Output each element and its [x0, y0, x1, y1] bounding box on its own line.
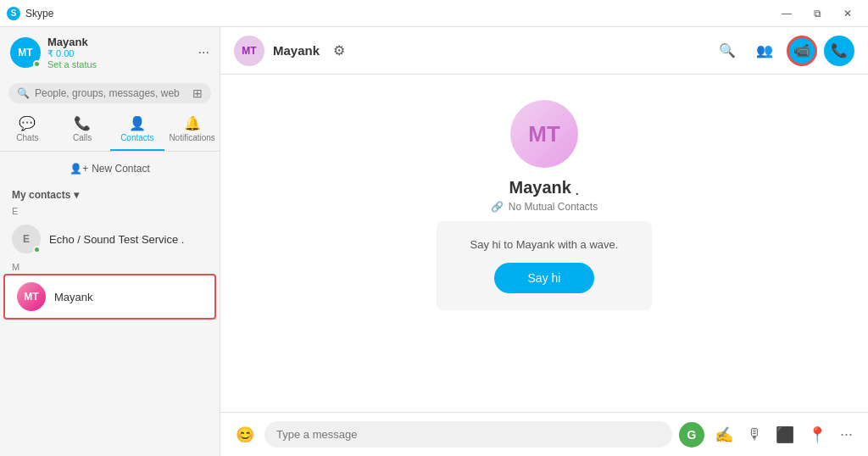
sidebar-item-calls[interactable]: 📞 Calls — [55, 108, 110, 151]
online-indicator — [33, 60, 41, 68]
close-button[interactable]: ✕ — [834, 5, 861, 22]
more-button[interactable]: ··· — [837, 422, 856, 447]
search-bar: 🔍 ⊞ — [8, 83, 211, 103]
search-input[interactable] — [35, 87, 184, 99]
content-header: MT Mayank ⚙ 🔍 👥 📹 📞 — [220, 27, 868, 75]
echo-contact-name: Echo / Sound Test Service . — [49, 233, 184, 246]
content-area: MT Mayank ⚙ 🔍 👥 📹 📞 MT Mayank . 🔗 — [220, 27, 868, 456]
sidebar-item-chats[interactable]: 💬 Chats — [0, 108, 55, 151]
grid-icon[interactable]: ⊞ — [192, 86, 203, 100]
video-call-button[interactable]: 📹 — [787, 36, 817, 66]
notifications-icon: 🔔 — [184, 115, 201, 131]
user-info: Mayank ₹ 0.00 Set a status — [47, 36, 198, 70]
message-input[interactable] — [264, 421, 672, 448]
section-letter-e: E — [0, 204, 220, 218]
content-header-right: 🔍 👥 📹 📞 — [712, 36, 854, 66]
contact-header-avatar: MT — [234, 36, 264, 66]
contacts-label: Contacts — [120, 133, 153, 142]
mutual-contacts-icon: 🔗 — [491, 201, 504, 213]
calls-label: Calls — [73, 133, 92, 142]
content-header-left: MT Mayank ⚙ — [234, 36, 345, 66]
ai-enhance-button[interactable]: G — [679, 422, 704, 448]
add-participant-button[interactable]: 👥 — [749, 36, 780, 66]
contact-item-mayank[interactable]: MT Mayank — [3, 274, 216, 320]
mayank-contact-name: Mayank — [54, 291, 93, 303]
new-contact-icon: 👤+ — [70, 163, 88, 175]
contacts-section: My contacts ▾ E E Echo / Sound Test Serv… — [0, 182, 220, 456]
audio-call-button[interactable]: 📞 — [824, 36, 854, 66]
contact-item-echo[interactable]: E Echo / Sound Test Service . — [0, 218, 220, 260]
app-name: Skype — [25, 8, 53, 19]
calls-icon: 📞 — [74, 115, 91, 131]
restore-button[interactable]: ⧉ — [804, 5, 831, 22]
profile-name: Mayank — [509, 178, 571, 197]
media-button[interactable]: ⬛ — [772, 422, 798, 448]
sidebar-item-contacts[interactable]: 👤 Contacts — [110, 108, 165, 151]
say-hi-text: Say hi to Mayank with a wave. — [470, 238, 619, 251]
say-hi-button[interactable]: Say hi — [494, 263, 595, 293]
sidebar: MT Mayank ₹ 0.00 Set a status ··· 🔍 ⊞ 💬 … — [0, 27, 220, 456]
profile-name-dot: . — [575, 180, 580, 199]
mutual-contacts: 🔗 No Mutual Contacts — [491, 201, 598, 213]
notifications-label: Notifications — [169, 133, 214, 142]
chats-icon: 💬 — [19, 115, 36, 131]
contacts-icon: 👤 — [129, 115, 146, 131]
new-contact-button[interactable]: 👤+ New Contact — [8, 158, 211, 179]
profile-avatar: MT — [510, 100, 578, 168]
more-options-button[interactable]: ··· — [198, 45, 209, 60]
echo-avatar: E — [12, 225, 41, 253]
sidebar-nav: 💬 Chats 📞 Calls 👤 Contacts 🔔 Notificatio… — [0, 108, 220, 152]
title-bar: S Skype — ⧉ ✕ — [0, 0, 868, 27]
pen-button[interactable]: ✍ — [711, 422, 737, 448]
sidebar-header: MT Mayank ₹ 0.00 Set a status ··· — [0, 27, 220, 78]
search-icon: 🔍 — [17, 87, 30, 99]
title-bar-left: S Skype — [7, 7, 53, 20]
chevron-down-icon: ▾ — [74, 189, 79, 201]
mayank-avatar: MT — [17, 282, 46, 311]
balance: ₹ 0.00 — [47, 48, 198, 59]
search-button[interactable]: 🔍 — [712, 36, 743, 66]
main-layout: MT Mayank ₹ 0.00 Set a status ··· 🔍 ⊞ 💬 … — [0, 27, 868, 456]
username: Mayank — [47, 36, 198, 48]
echo-online-indicator — [33, 246, 41, 253]
minimize-button[interactable]: — — [773, 5, 800, 22]
emoji-button[interactable]: 😊 — [232, 422, 258, 448]
location-button[interactable]: 📍 — [804, 422, 830, 448]
audio-button[interactable]: 🎙 — [743, 422, 765, 447]
status-text[interactable]: Set a status — [47, 59, 198, 70]
window-controls: — ⧉ ✕ — [773, 5, 861, 22]
avatar[interactable]: MT — [10, 37, 41, 68]
profile-section: MT Mayank . 🔗 No Mutual Contacts Say hi … — [220, 75, 868, 336]
say-hi-card: Say hi to Mayank with a wave. Say hi — [437, 221, 653, 310]
chat-input-area: 😊 G ✍ 🎙 ⬛ 📍 ··· — [220, 412, 868, 456]
chats-label: Chats — [16, 133, 38, 142]
new-contact-label: New Contact — [92, 163, 150, 175]
section-letter-m: M — [0, 260, 220, 274]
mutual-contacts-text: No Mutual Contacts — [509, 201, 598, 213]
skype-logo: S — [7, 7, 20, 20]
sidebar-item-notifications[interactable]: 🔔 Notifications — [164, 108, 220, 151]
gear-icon[interactable]: ⚙ — [333, 42, 345, 58]
my-contacts-label: My contacts ▾ — [0, 186, 220, 204]
contact-header-name: Mayank — [273, 43, 320, 58]
